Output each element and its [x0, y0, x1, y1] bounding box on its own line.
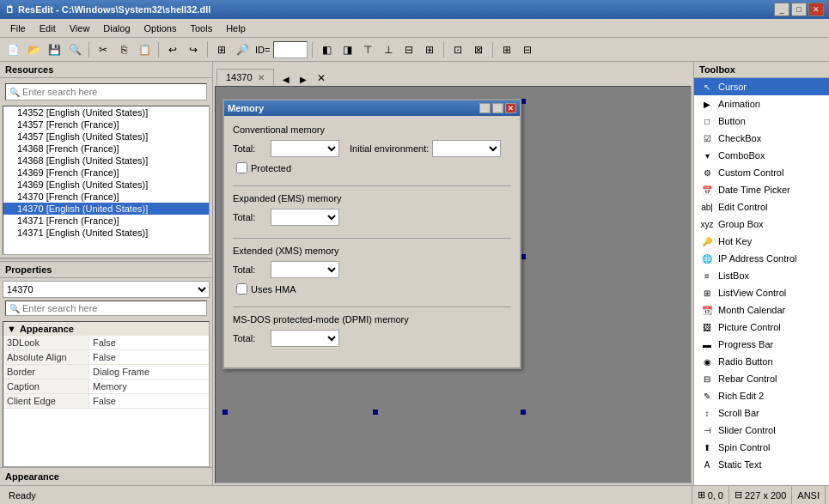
tab-close-all[interactable]: ✕	[314, 70, 329, 86]
toolbar-align-right-btn[interactable]: ◨	[338, 40, 357, 59]
tree-item[interactable]: 14369 [English (United States)]	[3, 179, 209, 191]
toolbar-copy-btn[interactable]: ⎘	[114, 40, 133, 59]
menu-tools[interactable]: Tools	[183, 21, 219, 35]
resources-search-box[interactable]: 🔍	[5, 83, 207, 100]
tab-14370[interactable]: 14370 ✕	[216, 69, 274, 86]
toolbar-center-h-btn[interactable]: ⊟	[399, 40, 418, 59]
toolbox-item-slider-control[interactable]: ⊣Slider Control	[694, 422, 829, 439]
dialog-maximize-btn[interactable]: □	[492, 103, 503, 113]
toolbar-grid-btn[interactable]: ⊞	[212, 40, 231, 59]
tree-item[interactable]: 14352 [English (United States)]	[3, 106, 209, 118]
toolbox-item-hot-key[interactable]: 🔑Hot Key	[694, 233, 829, 250]
toolbox-item-custom-control[interactable]: ⚙Custom Control	[694, 164, 829, 181]
selection-handle-bm[interactable]	[373, 410, 378, 415]
toolbox-item-progress-bar[interactable]: ▬Progress Bar	[694, 336, 829, 353]
menu-dialog[interactable]: Dialog	[96, 21, 137, 35]
tree-item[interactable]: 14357 [English (United States)]	[3, 131, 209, 143]
menu-file[interactable]: File	[3, 21, 33, 35]
toolbox-item-ip-address-control[interactable]: 🌐IP Address Control	[694, 250, 829, 267]
toolbox-item-group-box[interactable]: xyzGroup Box	[694, 216, 829, 233]
toolbar-size-btn[interactable]: ⊡	[448, 40, 467, 59]
toolbar-new-btn[interactable]: 📄	[3, 40, 22, 59]
toolbar-align-left-btn[interactable]: ◧	[317, 40, 336, 59]
toolbar-mnemonics-btn[interactable]: ⊟	[518, 40, 537, 59]
protected-checkbox[interactable]	[236, 162, 247, 173]
id-input[interactable]	[273, 41, 308, 58]
tree-item[interactable]: 14357 [French (France)]	[3, 118, 209, 131]
toolbox-item-static-text[interactable]: AStatic Text	[694, 456, 829, 473]
prop-value[interactable]: Dialog Frame	[89, 365, 209, 379]
toolbar-zoom-btn[interactable]: 🔎	[233, 40, 252, 59]
total-dropdown-3[interactable]	[271, 261, 339, 278]
toolbar-sep1	[88, 42, 89, 58]
resources-search-input[interactable]	[22, 87, 203, 97]
properties-search-input[interactable]	[22, 303, 203, 313]
tree-item[interactable]: 14370 [French (France)]	[3, 191, 209, 203]
toolbox-item-rich-edit-2[interactable]: ✎Rich Edit 2	[694, 387, 829, 404]
dialog-title-bar[interactable]: Memory _ □ ✕	[224, 100, 520, 116]
tree-item[interactable]: 14368 [French (France)]	[3, 143, 209, 155]
toolbar-undo-btn[interactable]: ↩	[163, 40, 182, 59]
tree-item[interactable]: 14371 [French (France)]	[3, 215, 209, 227]
tree-item[interactable]: 14369 [French (France)]	[3, 167, 209, 179]
toolbar-save-btn[interactable]: 💾	[45, 40, 64, 59]
resources-tree[interactable]: 14352 [English (United States)]14357 [Fr…	[3, 106, 210, 255]
initial-env-dropdown[interactable]	[432, 140, 501, 157]
toolbox-item-animation[interactable]: ▶Animation	[694, 95, 829, 112]
tree-item[interactable]: 14370 [English (United States)]	[3, 203, 209, 215]
toolbox-item-rebar-control[interactable]: ⊟Rebar Control	[694, 370, 829, 387]
toolbox-list: ↖Cursor▶Animation□Button☑CheckBox▾ComboB…	[694, 78, 829, 485]
toolbar-paste-btn[interactable]: 📋	[135, 40, 154, 59]
toolbar-tab-btn[interactable]: ⊞	[497, 40, 516, 59]
toolbox-item-button[interactable]: □Button	[694, 112, 829, 130]
total-dropdown-1[interactable]	[271, 140, 339, 157]
tree-item[interactable]: 14371 [English (United States)]	[3, 227, 209, 239]
toolbox-item-date-time-picker[interactable]: 📅Date Time Picker	[694, 181, 829, 198]
toolbar-open-btn[interactable]: 📂	[24, 40, 43, 59]
total-dropdown-2[interactable]	[271, 209, 339, 226]
prop-category[interactable]: ▼Appearance	[3, 322, 209, 336]
toolbox-item-scroll-bar[interactable]: ↕Scroll Bar	[694, 404, 829, 422]
prop-value[interactable]: Memory	[89, 380, 209, 393]
menu-view[interactable]: View	[63, 21, 97, 35]
prop-value[interactable]: False	[89, 336, 209, 349]
dialog-close-btn[interactable]: ✕	[505, 103, 516, 113]
toolbox-item-spin-control[interactable]: ⬆Spin Control	[694, 439, 829, 456]
toolbar-center-v-btn[interactable]: ⊞	[420, 40, 439, 59]
toolbar-spacing-btn[interactable]: ⊠	[469, 40, 488, 59]
properties-select[interactable]: 14370	[3, 281, 210, 298]
toolbox-item-radio-button[interactable]: ◉Radio Button	[694, 353, 829, 370]
toolbox-item-listbox[interactable]: ≡ListBox	[694, 267, 829, 284]
toolbox-item-listview-control[interactable]: ⊞ListView Control	[694, 284, 829, 301]
tab-close-btn[interactable]: ✕	[258, 73, 265, 82]
toolbox-item-combobox[interactable]: ▾ComboBox	[694, 147, 829, 164]
toolbar-align-bottom-btn[interactable]: ⊥	[379, 40, 398, 59]
toolbox-item-month-calendar[interactable]: 📆Month Calendar	[694, 301, 829, 319]
properties-search-box[interactable]: 🔍	[5, 301, 207, 316]
prop-value[interactable]: False	[89, 350, 209, 364]
toolbox-item-edit-control[interactable]: ab|Edit Control	[694, 198, 829, 216]
hma-checkbox[interactable]	[236, 283, 247, 295]
total-dropdown-4[interactable]	[271, 330, 339, 347]
toolbox-item-checkbox[interactable]: ☑CheckBox	[694, 130, 829, 147]
maximize-button[interactable]: □	[791, 3, 807, 16]
menu-help[interactable]: Help	[219, 21, 253, 35]
selection-handle-bl[interactable]	[222, 410, 228, 415]
selection-handle-br[interactable]	[521, 410, 526, 415]
dialog-minimize-btn[interactable]: _	[479, 103, 491, 113]
tab-nav-prev[interactable]: ◀	[279, 73, 293, 86]
menu-options[interactable]: Options	[137, 21, 184, 35]
toolbox-item-picture-control[interactable]: 🖼Picture Control	[694, 319, 829, 336]
toolbar-cut-btn[interactable]: ✂	[94, 40, 113, 59]
tab-nav-next[interactable]: ▶	[296, 73, 310, 86]
canvas-area[interactable]: Memory _ □ ✕ Conventional memory Total:	[215, 86, 692, 483]
menu-edit[interactable]: Edit	[33, 21, 63, 35]
toolbar-redo-btn[interactable]: ↪	[184, 40, 203, 59]
toolbar-align-top-btn[interactable]: ⊤	[358, 40, 377, 59]
minimize-button[interactable]: _	[774, 3, 789, 16]
prop-value[interactable]: False	[89, 394, 209, 408]
tree-item[interactable]: 14368 [English (United States)]	[3, 155, 209, 167]
close-button[interactable]: ✕	[808, 3, 824, 16]
toolbox-item-cursor[interactable]: ↖Cursor	[694, 78, 829, 95]
toolbar-print-btn[interactable]: 🔍	[65, 40, 84, 59]
